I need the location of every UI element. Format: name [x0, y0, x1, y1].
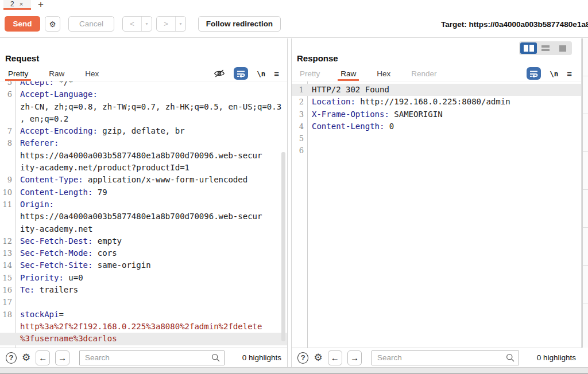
repeater-tab-bar: 2 × + — [0, 0, 588, 10]
code-line: 6 — [292, 145, 581, 157]
send-settings-gear-icon[interactable]: ⚙ — [45, 16, 60, 32]
line-number: 18 — [0, 309, 16, 321]
line-number: 4 — [292, 120, 307, 133]
line-number: 5 — [0, 81, 16, 88]
forward-button[interactable]: > ▾ — [156, 16, 186, 32]
back-button[interactable]: < ▾ — [122, 16, 152, 32]
back-dropdown-caret-icon[interactable]: ▾ — [141, 17, 152, 31]
inspector-segment[interactable] — [583, 114, 588, 152]
search-input[interactable] — [79, 350, 225, 365]
request-search-bar: ? ⚙ ← → 0 highlights — [0, 348, 288, 367]
next-match-button[interactable]: → — [347, 350, 362, 365]
code-line: https://0a4000a003b5877480e1a8b700d70096… — [0, 150, 287, 162]
close-tab-icon[interactable]: × — [20, 1, 23, 7]
code-line: 6Accept-Language: — [0, 88, 287, 100]
inspector-segment[interactable] — [583, 266, 588, 303]
response-title: Response — [297, 53, 338, 63]
line-number: 8 — [0, 137, 16, 149]
line-number: 11 — [0, 198, 16, 211]
highlight-count: 0 highlights — [242, 353, 281, 362]
help-icon[interactable]: ? — [297, 352, 308, 364]
layout-columns-button[interactable] — [520, 42, 537, 54]
response-editor[interactable]: 1HTTP/2 302 Found2Location: http://192.1… — [292, 81, 581, 348]
code-line: 15Priority: u=0 — [0, 272, 287, 284]
line-number — [0, 150, 16, 162]
next-match-button[interactable]: → — [55, 350, 69, 365]
request-tab-pretty[interactable]: Pretty — [5, 67, 31, 81]
editor-menu-icon[interactable]: ≡ — [567, 69, 572, 78]
line-number: 13 — [0, 247, 16, 259]
prev-match-button[interactable]: ← — [36, 350, 50, 365]
forward-dropdown-caret-icon[interactable]: ▾ — [175, 17, 185, 31]
show-newlines-icon[interactable]: \n — [257, 69, 265, 78]
inspector-segment[interactable] — [583, 76, 588, 114]
response-editor-icons: \n ≡ — [527, 66, 572, 81]
line-number: 12 — [0, 235, 16, 247]
code-line: 17 — [0, 296, 287, 308]
hide-eye-icon[interactable] — [214, 69, 225, 78]
inspector-segment[interactable] — [583, 228, 588, 266]
response-tab-render[interactable]: Render — [408, 67, 439, 81]
code-line: 8Referer: — [0, 137, 287, 149]
request-tab-raw[interactable]: Raw — [46, 67, 67, 81]
send-button[interactable]: Send — [5, 16, 40, 32]
response-tab-hex[interactable]: Hex — [374, 67, 393, 81]
response-tab-raw[interactable]: Raw — [338, 67, 359, 81]
request-tab-hex[interactable]: Hex — [82, 67, 102, 81]
editor-menu-icon[interactable]: ≡ — [274, 69, 279, 78]
code-line: , en;q=0.2 — [0, 113, 287, 125]
code-line: ity-academy.net/product?productId=1 — [0, 162, 287, 174]
help-icon[interactable]: ? — [6, 352, 17, 364]
code-line: 5 — [292, 133, 581, 145]
back-chevron-icon: < — [123, 20, 141, 28]
line-number: 9 — [0, 174, 16, 186]
word-wrap-icon[interactable] — [234, 67, 248, 80]
search-icon — [211, 353, 220, 362]
line-number — [0, 211, 16, 223]
repeater-tab-2[interactable]: 2 × — [3, 0, 31, 10]
line-number: 15 — [0, 272, 16, 284]
request-editor[interactable]: 5Accept: */*6Accept-Language:zh-CN, zh;q… — [0, 81, 287, 348]
inspector-segment[interactable] — [583, 190, 588, 228]
line-number — [0, 333, 16, 345]
search-settings-gear-icon[interactable]: ⚙ — [22, 352, 30, 364]
code-line: 12Sec-Fetch-Dest: empty — [0, 235, 287, 247]
code-line: http%3a%2f%2f192.168.0.225%3a8080%2fadmi… — [0, 321, 287, 333]
window-bottom-strip — [0, 367, 588, 374]
show-newlines-icon[interactable]: \n — [550, 69, 558, 78]
layout-single-button[interactable] — [554, 42, 571, 54]
request-title: Request — [5, 53, 39, 63]
toolbar: Send ⚙ Cancel < ▾ > ▾ Follow redirection… — [0, 10, 588, 38]
code-line: https://0a4000a003b5877480e1a8b700d70096… — [0, 211, 287, 223]
code-line: 16Te: trailers — [0, 284, 287, 296]
prev-match-button[interactable]: ← — [328, 350, 342, 365]
code-line: 7Accept-Encoding: gzip, deflate, br — [0, 125, 287, 137]
line-number: 3 — [292, 108, 307, 120]
code-line: 3X-Frame-Options: SAMEORIGIN — [292, 108, 581, 120]
target-url: Target: https://0a4000a003b5877480e1a8b7… — [441, 10, 588, 38]
line-number: 2 — [292, 96, 307, 108]
code-line: 14Sec-Fetch-Site: same-origin — [0, 259, 287, 271]
code-line: 13Sec-Fetch-Mode: cors — [0, 247, 287, 259]
search-input[interactable] — [372, 350, 519, 365]
layout-switcher — [519, 41, 572, 55]
new-tab-button[interactable]: + — [34, 0, 47, 10]
inspector-segment[interactable] — [583, 38, 588, 76]
line-number: 17 — [0, 296, 16, 308]
line-number — [0, 321, 16, 333]
response-panel: Response PrettyRawHexRender \n ≡ 1HTTP/2… — [291, 38, 582, 348]
request-editor-icons: \n ≡ — [214, 66, 279, 81]
layout-rows-button[interactable] — [537, 42, 554, 54]
search-settings-gear-icon[interactable]: ⚙ — [314, 352, 322, 364]
line-number: 14 — [0, 259, 16, 271]
inspector-collapsed-strip[interactable] — [582, 38, 588, 348]
cancel-button[interactable]: Cancel — [68, 16, 114, 32]
word-wrap-icon[interactable] — [527, 67, 541, 80]
line-number: 1 — [292, 84, 307, 96]
response-tab-pretty[interactable]: Pretty — [297, 67, 323, 81]
inspector-segment[interactable] — [583, 152, 588, 190]
code-line: 9Content-Type: application/x-www-form-ur… — [0, 174, 287, 186]
follow-redirection-button[interactable]: Follow redirection — [198, 16, 281, 32]
line-number — [0, 113, 16, 125]
request-scrollbar[interactable] — [281, 152, 285, 341]
